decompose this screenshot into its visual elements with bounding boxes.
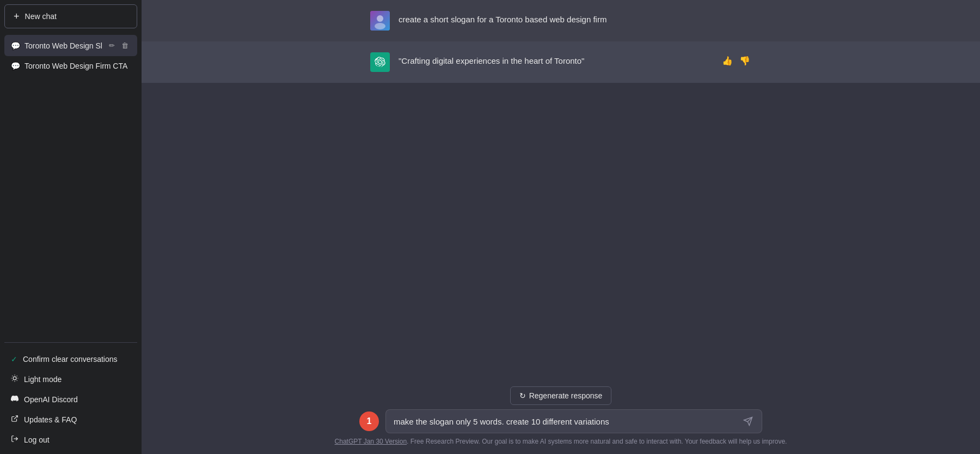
footer-text: ChatGPT Jan 30 Version. Free Research Pr…	[335, 438, 787, 450]
edit-chat-button[interactable]: ✏	[107, 40, 117, 51]
chat-item[interactable]: 💬 Toronto Web Design Firm CTA	[4, 56, 137, 76]
regenerate-button[interactable]: ↻ Regenerate response	[510, 386, 612, 405]
updates-faq-label: Updates & FAQ	[24, 415, 77, 424]
plus-icon: +	[14, 11, 20, 21]
discord-item[interactable]: OpenAI Discord	[4, 389, 137, 409]
sidebar-divider	[4, 342, 137, 343]
chat-actions: ✏ 🗑	[107, 40, 131, 51]
chat-item-label-2: Toronto Web Design Firm CTA	[24, 62, 131, 70]
input-box	[385, 409, 762, 433]
sun-icon	[11, 374, 19, 384]
message-actions: 👍 👎	[721, 52, 751, 67]
regenerate-label: Regenerate response	[529, 391, 603, 400]
send-button[interactable]	[742, 415, 754, 427]
confirm-clear-label: Confirm clear conversations	[23, 355, 118, 364]
check-icon: ✓	[11, 355, 17, 364]
ai-avatar	[370, 52, 390, 72]
chat-list: 💬 Toronto Web Design Sl ✏ 🗑 💬 Toronto We…	[0, 33, 142, 340]
svg-line-8	[17, 376, 17, 376]
sidebar-bottom: ✓ Confirm clear conversations Light mode	[0, 345, 142, 454]
svg-point-12	[377, 15, 383, 22]
chat-bubble-icon-2: 💬	[11, 62, 20, 70]
log-out-item[interactable]: Log out	[4, 429, 137, 450]
logout-icon	[11, 435, 19, 444]
light-mode-label: Light mode	[24, 375, 62, 384]
send-icon	[743, 416, 753, 426]
log-out-label: Log out	[24, 435, 50, 444]
svg-line-3	[12, 376, 13, 376]
discord-label: OpenAI Discord	[24, 395, 78, 404]
chat-item-active[interactable]: 💬 Toronto Web Design Sl ✏ 🗑	[4, 35, 137, 56]
chat-item-label: Toronto Web Design Sl	[24, 41, 102, 50]
svg-point-0	[13, 377, 16, 380]
user-avatar	[370, 11, 390, 31]
main-content: create a short slogan for a Toronto base…	[142, 0, 980, 454]
svg-line-9	[14, 416, 17, 419]
svg-line-4	[17, 380, 17, 381]
external-link-icon	[11, 415, 19, 424]
footer-version-link[interactable]: ChatGPT Jan 30 Version	[335, 438, 407, 445]
new-chat-button[interactable]: + New chat	[4, 4, 137, 28]
footer-description: . Free Research Preview. Our goal is to …	[407, 438, 787, 445]
chat-input[interactable]	[394, 417, 738, 426]
svg-line-7	[12, 380, 13, 381]
user-message-text: create a short slogan for a Toronto base…	[399, 11, 751, 26]
delete-chat-button[interactable]: 🗑	[119, 40, 131, 51]
sidebar: + New chat 💬 Toronto Web Design Sl ✏ 🗑 💬…	[0, 0, 142, 454]
thumbs-up-button[interactable]: 👍	[721, 55, 734, 67]
regenerate-icon: ↻	[519, 391, 526, 400]
chat-bubble-icon: 💬	[11, 41, 20, 50]
new-chat-label: New chat	[25, 12, 57, 21]
chat-messages: create a short slogan for a Toronto base…	[142, 0, 980, 378]
updates-faq-item[interactable]: Updates & FAQ	[4, 409, 137, 429]
svg-point-13	[375, 23, 385, 29]
ai-message: "Crafting digital experiences in the hea…	[142, 41, 980, 83]
chat-bottom: ↻ Regenerate response 1 ChatGPT Jan 30 V…	[142, 378, 980, 454]
thumbs-down-button[interactable]: 👎	[738, 55, 751, 67]
confirm-clear-conversations-item[interactable]: ✓ Confirm clear conversations	[4, 349, 137, 369]
user-message: create a short slogan for a Toronto base…	[142, 0, 980, 41]
input-area: 1	[359, 409, 762, 433]
user-badge: 1	[359, 411, 379, 431]
ai-message-text: "Crafting digital experiences in the hea…	[399, 52, 712, 68]
discord-icon	[11, 395, 19, 404]
light-mode-item[interactable]: Light mode	[4, 369, 137, 389]
